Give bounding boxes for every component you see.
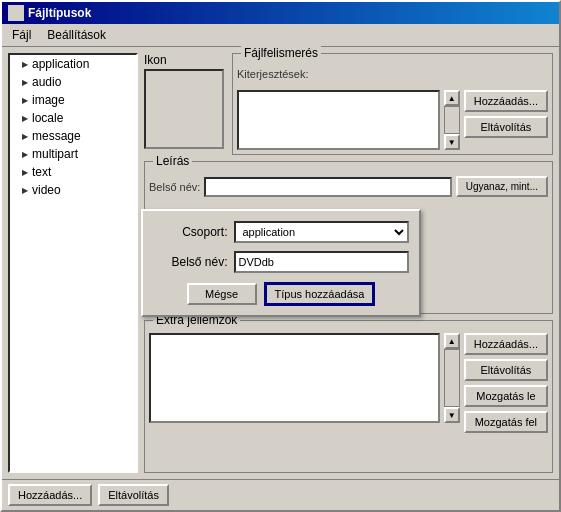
menu-file[interactable]: Fájl <box>6 26 37 44</box>
menu-settings[interactable]: Beállítások <box>41 26 112 44</box>
main-window: Fájltípusok Fájl Beállítások application… <box>0 0 561 512</box>
modal-group-row: Csoport: application <box>153 221 409 243</box>
window-icon <box>8 5 24 21</box>
modal-group-label: Csoport: <box>153 225 228 239</box>
modal-overlay: Csoport: application Belső név: Mégse Tí… <box>2 47 559 479</box>
title-bar: Fájltípusok <box>2 2 559 24</box>
modal-dialog: Csoport: application Belső név: Mégse Tí… <box>141 209 421 317</box>
modal-inner-name-label: Belső név: <box>153 255 228 269</box>
modal-inner-name-input[interactable] <box>234 251 409 273</box>
modal-add-type-button[interactable]: Típus hozzáadása <box>265 283 375 305</box>
bottom-bar: Hozzáadás... Eltávolítás <box>2 479 559 510</box>
bottom-remove-button[interactable]: Eltávolítás <box>98 484 169 506</box>
modal-inner-name-row: Belső név: <box>153 251 409 273</box>
window-title: Fájltípusok <box>28 6 91 20</box>
modal-cancel-button[interactable]: Mégse <box>187 283 257 305</box>
modal-buttons: Mégse Típus hozzáadása <box>153 283 409 305</box>
modal-group-select[interactable]: application <box>234 221 409 243</box>
menu-bar: Fájl Beállítások <box>2 24 559 47</box>
bottom-add-button[interactable]: Hozzáadás... <box>8 484 92 506</box>
main-content: application audio image locale message m… <box>2 47 559 479</box>
